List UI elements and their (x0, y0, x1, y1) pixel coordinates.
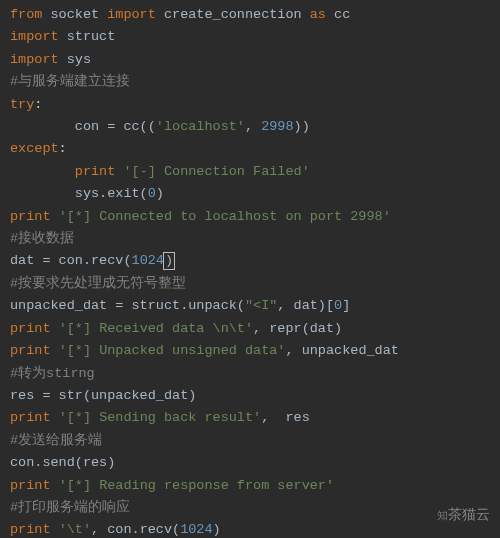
space (51, 209, 59, 224)
number: 1024 (180, 522, 212, 537)
space (51, 321, 59, 336)
keyword: print (10, 343, 51, 358)
identifier: , con.recv( (91, 522, 180, 537)
watermark: 知茶猫云 (437, 503, 490, 526)
string: '[-] Connection Failed' (123, 164, 309, 179)
code-line: #与服务端建立连接 (10, 71, 490, 93)
comment: #按要求先处理成无符号整型 (10, 276, 186, 291)
code-line: print '[-] Connection Failed' (10, 161, 490, 183)
string: '[*] Connected to localhost on port 2998… (59, 209, 391, 224)
number: 1024 (132, 253, 164, 268)
punct: : (34, 97, 42, 112)
comment: #打印服务端的响应 (10, 500, 130, 515)
space (51, 343, 59, 358)
keyword: try (10, 97, 34, 112)
space (51, 522, 59, 537)
keyword: print (10, 478, 51, 493)
code-line: print '[*] Received data \n\t', repr(dat… (10, 318, 490, 340)
indent-guide (10, 164, 75, 179)
space (51, 410, 59, 425)
number: 0 (334, 298, 342, 313)
indent-guide (10, 186, 75, 201)
code-line: import struct (10, 26, 490, 48)
identifier: , repr(dat) (253, 321, 342, 336)
code-line: try: (10, 94, 490, 116)
punct: ) (156, 186, 164, 201)
code-line: #按要求先处理成无符号整型 (10, 273, 490, 295)
watermark-prefix: 知 (437, 509, 448, 521)
string: '[*] Reading response from server' (59, 478, 334, 493)
code-line: res = str(unpacked_dat) (10, 385, 490, 407)
code-line: print '\t', con.recv(1024) (10, 519, 490, 538)
code-line: except: (10, 138, 490, 160)
code-line: sys.exit(0) (10, 183, 490, 205)
keyword: import (10, 52, 59, 67)
code-line: unpacked_dat = struct.unpack("<I", dat)[… (10, 295, 490, 317)
identifier: socket (42, 7, 107, 22)
identifier: create_connection (156, 7, 310, 22)
code-line: from socket import create_connection as … (10, 4, 490, 26)
code-line: print '[*] Connected to localhost on por… (10, 206, 490, 228)
indent-guide (10, 119, 75, 134)
punct: ) (165, 253, 173, 268)
keyword: as (310, 7, 326, 22)
punct: )) (294, 119, 310, 134)
keyword: print (10, 522, 51, 537)
code-line: import sys (10, 49, 490, 71)
text-cursor: ) (163, 252, 175, 270)
identifier: unpacked_dat = struct.unpack( (10, 298, 245, 313)
identifier: con.send(res) (10, 455, 115, 470)
code-block: from socket import create_connection as … (10, 4, 490, 538)
keyword: import (107, 7, 156, 22)
punct: ) (213, 522, 221, 537)
identifier: cc (326, 7, 350, 22)
string: '\t' (59, 522, 91, 537)
string: 'localhost' (156, 119, 245, 134)
identifier: sys.exit( (75, 186, 148, 201)
identifier: sys (59, 52, 91, 67)
keyword: print (10, 321, 51, 336)
code-line: dat = con.recv(1024) (10, 250, 490, 272)
string: '[*] Received data \n\t' (59, 321, 253, 336)
keyword: print (10, 209, 51, 224)
watermark-text: 茶猫云 (448, 506, 490, 522)
keyword: print (75, 164, 116, 179)
identifier: dat = con.recv( (10, 253, 132, 268)
identifier: struct (59, 29, 116, 44)
identifier: con = cc(( (75, 119, 156, 134)
punct: ] (342, 298, 350, 313)
code-line: #转为stirng (10, 363, 490, 385)
number: 0 (148, 186, 156, 201)
number: 2998 (261, 119, 293, 134)
code-line: #发送给服务端 (10, 430, 490, 452)
comment: #转为stirng (10, 366, 95, 381)
punct: : (59, 141, 67, 156)
comment: #与服务端建立连接 (10, 74, 130, 89)
keyword: except (10, 141, 59, 156)
identifier: , unpacked_dat (285, 343, 398, 358)
string: '[*] Sending back result' (59, 410, 262, 425)
punct: , dat)[ (277, 298, 334, 313)
comment: #发送给服务端 (10, 433, 102, 448)
code-line: #打印服务端的响应 (10, 497, 490, 519)
code-line: print '[*] Sending back result', res (10, 407, 490, 429)
code-line: print '[*] Unpacked unsigned data', unpa… (10, 340, 490, 362)
identifier: res = str(unpacked_dat) (10, 388, 196, 403)
string: "<I" (245, 298, 277, 313)
keyword: print (10, 410, 51, 425)
code-line: con = cc(('localhost', 2998)) (10, 116, 490, 138)
code-line: #接收数据 (10, 228, 490, 250)
code-line: con.send(res) (10, 452, 490, 474)
keyword: import (10, 29, 59, 44)
code-line: print '[*] Reading response from server' (10, 475, 490, 497)
string: '[*] Unpacked unsigned data' (59, 343, 286, 358)
keyword: from (10, 7, 42, 22)
comment: #接收数据 (10, 231, 74, 246)
space (51, 478, 59, 493)
punct: , (245, 119, 261, 134)
identifier: , res (261, 410, 310, 425)
